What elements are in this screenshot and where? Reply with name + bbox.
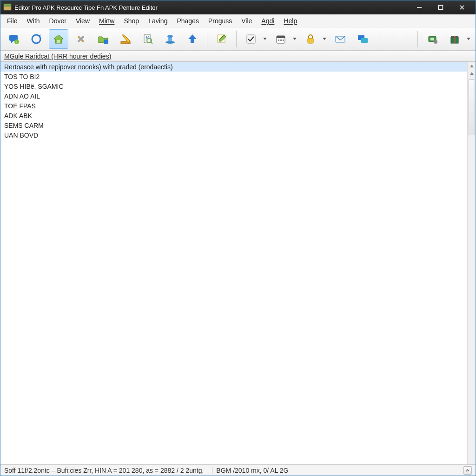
toolbar-lock-button[interactable] [301, 29, 320, 49]
toolbar-stamp-button[interactable] [160, 29, 180, 49]
svg-text:+: + [16, 40, 18, 44]
toolbar-chat-button[interactable]: + [4, 29, 24, 49]
menu-agdi[interactable]: Agdi [257, 15, 279, 26]
maximize-button[interactable] [430, 0, 451, 14]
toolbar-lock-dropdown[interactable] [321, 29, 328, 49]
chevron-down-icon [293, 38, 297, 40]
toolbar-separator [236, 31, 237, 47]
menu-file[interactable]: File [2, 15, 22, 26]
column-header[interactable]: MGule Raridcat (HRR hourer dedies) [0, 51, 476, 62]
list-item-label: Rertoasce with repipover noooks) with pr… [4, 63, 173, 71]
chevron-down-icon [467, 38, 470, 40]
menu-vile[interactable]: Vile [237, 15, 257, 26]
mail-icon [334, 33, 346, 45]
folder-open-icon [97, 33, 109, 45]
list-item[interactable]: SEMS CARM [0, 120, 467, 130]
chevron-up-icon [470, 72, 474, 75]
svg-line-21 [151, 42, 152, 44]
toolbar-edit-button[interactable] [212, 29, 231, 49]
svg-rect-32 [278, 40, 279, 41]
toolbar-package-button[interactable] [445, 29, 464, 49]
menu-label: File [7, 17, 18, 25]
status-expand-button[interactable] [463, 466, 472, 475]
menu-label: Mirtw [99, 17, 114, 25]
toolbar-screens-button[interactable] [353, 29, 372, 49]
menu-dover[interactable]: Dover [45, 15, 71, 26]
toolbar-pencil-button[interactable] [116, 29, 135, 49]
toolbar-search-button[interactable]: R [138, 29, 158, 49]
status-right: BGM /2010 mx, 0/ AL 2G [216, 467, 293, 474]
menu-phages[interactable]: Phages [172, 15, 203, 26]
chevron-down-icon [323, 38, 326, 40]
toolbar-check-dropdown[interactable] [262, 29, 268, 49]
menu-label: Dover [49, 17, 66, 25]
list-item[interactable]: ADN AO AIL [0, 91, 467, 101]
svg-rect-40 [430, 38, 434, 40]
minimize-button[interactable] [409, 0, 430, 14]
menu-help[interactable]: Help [279, 15, 302, 26]
menu-label: Agdi [261, 17, 274, 25]
house-icon [53, 33, 65, 45]
svg-text:R: R [146, 35, 149, 40]
screens-icon [357, 33, 369, 45]
toolbar-separator [207, 31, 207, 47]
list-item[interactable]: TOS TO BI2 [0, 72, 467, 81]
statusbar: Soff 11f/2.2ontc – Bufi:cies Zrr, HIN A … [0, 464, 476, 476]
menubar: File With Dover View Mirtw Shop Laving P… [0, 14, 476, 27]
list-item[interactable]: Rertoasce with repipover noooks) with pr… [0, 62, 467, 72]
content-area: Rertoasce with repipover noooks) with pr… [0, 62, 476, 464]
menu-view[interactable]: View [71, 15, 94, 26]
toolbar-upload-button[interactable] [183, 29, 202, 49]
menu-label: Phages [177, 17, 198, 25]
list-item[interactable]: UAN BOVD [0, 130, 467, 140]
column-header-label: MGule Raridcat (HRR hourer dedies) [4, 53, 111, 60]
list-item[interactable]: YOS HIBë, SGAMIC [0, 81, 467, 91]
menu-mirtw[interactable]: Mirtw [94, 15, 119, 26]
svg-rect-13 [57, 40, 60, 43]
app-window: Editor Pro APK Resourcc Tipe Fn APK Pent… [0, 0, 476, 476]
toolbar-check-button[interactable] [241, 29, 261, 49]
toolbar-refresh-button[interactable] [26, 29, 46, 49]
toolbar-more-dropdown[interactable] [465, 29, 472, 49]
status-separator [212, 467, 212, 474]
toolbar-calendar-button[interactable] [271, 29, 291, 49]
toolbar-home-button[interactable] [49, 29, 68, 49]
menu-with[interactable]: With [22, 15, 45, 26]
vertical-scrollbar[interactable] [467, 62, 476, 464]
package-icon [449, 33, 461, 45]
list-item-label: SEMS CARM [4, 122, 44, 129]
svg-rect-3 [439, 6, 443, 10]
stamps-icon [164, 33, 176, 45]
list-item[interactable]: TOE FPAS [0, 101, 467, 111]
svg-rect-1 [4, 4, 11, 6]
toolbar-chip-button[interactable] [423, 29, 442, 49]
list-pane[interactable]: Rertoasce with repipover noooks) with pr… [0, 62, 467, 464]
toolbar-calendar-dropdown[interactable] [291, 29, 298, 49]
scroll-up-button[interactable] [469, 63, 475, 69]
svg-rect-33 [280, 40, 282, 41]
chip-icon [426, 33, 438, 45]
svg-rect-29 [247, 35, 255, 43]
svg-rect-34 [283, 40, 284, 41]
refresh-icon [30, 33, 42, 45]
toolbar-mail-button[interactable] [331, 29, 350, 49]
toolbar: + R [0, 27, 476, 51]
list-item[interactable]: ADK ABK [0, 111, 467, 120]
svg-rect-35 [308, 38, 313, 43]
pencil-ruler-icon [119, 33, 132, 45]
svg-marker-26 [188, 34, 197, 43]
toolbar-folder-button[interactable] [93, 29, 113, 49]
scroll-thumb[interactable] [469, 79, 475, 135]
scroll-up-button-2[interactable] [469, 70, 475, 77]
calendar-icon [275, 33, 287, 45]
close-button[interactable] [451, 0, 473, 14]
search-doc-icon: R [142, 33, 154, 45]
menu-shop[interactable]: Shop [119, 15, 144, 26]
chevron-up-icon [465, 468, 470, 473]
menu-proguss[interactable]: Proguss [204, 15, 237, 26]
menu-label: With [27, 17, 40, 25]
toolbar-tools-button[interactable] [71, 29, 91, 49]
menu-laving[interactable]: Laving [144, 15, 172, 26]
list-item-label: ADN AO AIL [4, 93, 40, 100]
menu-label: Vile [241, 17, 252, 25]
